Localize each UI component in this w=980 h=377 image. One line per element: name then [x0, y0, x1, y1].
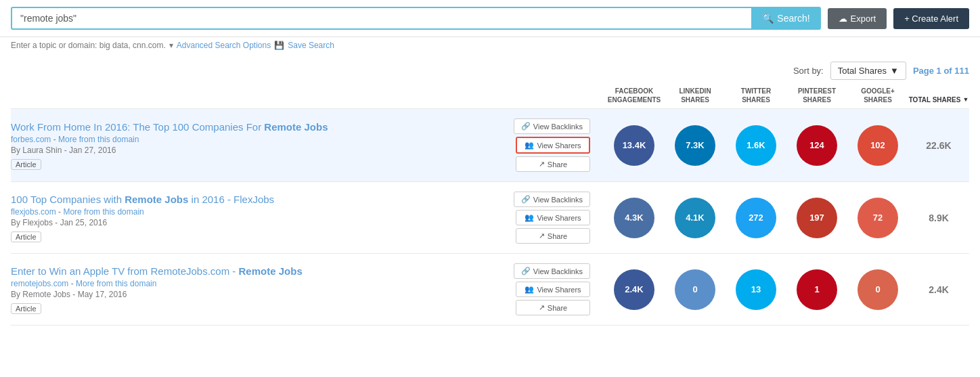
table-row: Enter to Win an Apple TV from RemoteJobs… — [11, 253, 969, 326]
sort-dropdown[interactable]: Total Shares ▼ — [830, 62, 906, 80]
share-icon-2: ↗ — [539, 231, 545, 240]
view-backlinks-btn-1[interactable]: 🔗 View Backlinks — [514, 118, 590, 134]
table-row: 100 Top Companies with Remote Jobs in 20… — [11, 181, 969, 253]
metric-facebook-1: 13.4K — [614, 125, 654, 166]
page-info: Page 1 of 111 — [913, 66, 969, 76]
search-input[interactable] — [11, 7, 751, 30]
result-meta-3: remotejobs.com - More from this domain — [11, 279, 507, 288]
search-btn-label: Search! — [777, 13, 809, 24]
metric-googleplus-2: 72 — [858, 198, 898, 238]
pipe-1: ▾ — [169, 41, 173, 50]
result-actions-2: 🔗 View Backlinks 👥 View Sharers ↗ Share — [514, 192, 590, 244]
sharers-icon-3: 👥 — [525, 285, 534, 294]
create-alert-label: + Create Alert — [904, 14, 958, 24]
search-button[interactable]: 🔍 Search! — [751, 7, 820, 30]
result-content-2: 100 Top Companies with Remote Jobs in 20… — [11, 194, 507, 242]
col-header-googleplus: GOOGLE+SHARES — [847, 87, 908, 104]
metric-twitter-1: 1.6K — [736, 125, 776, 166]
results-list: Work From Home In 2016: The Top 100 Comp… — [0, 108, 980, 326]
metric-googleplus-3: 0 — [858, 269, 898, 310]
sharers-icon-2: 👥 — [525, 213, 534, 222]
result-domain-3[interactable]: remotejobs.com — [11, 279, 68, 288]
result-author-3: By Remote Jobs - May 17, 2016 — [11, 290, 507, 299]
metric-pinterest-3: 1 — [797, 269, 837, 310]
share-icon-3: ↗ — [539, 303, 545, 312]
metrics-2: 4.3K 4.1K 272 197 72 8.9K — [604, 198, 969, 238]
column-headers: FACEBOOKENGAGEMENTS LINKEDINSHARES TWITT… — [0, 83, 980, 108]
search-input-wrap: 🔍 Search! — [11, 7, 821, 30]
view-sharers-btn-1[interactable]: 👥 View Sharers — [516, 137, 590, 154]
result-type-badge-3: Article — [11, 303, 41, 314]
result-more-2[interactable]: More from this domain — [63, 207, 143, 217]
sort-value: Total Shares — [838, 66, 887, 76]
result-domain-1[interactable]: forbes.com — [11, 135, 51, 144]
metric-googleplus-1: 102 — [858, 125, 898, 166]
share-btn-2[interactable]: ↗ Share — [516, 228, 590, 244]
sort-label: Sort by: — [793, 66, 824, 76]
result-actions-3: 🔗 View Backlinks 👥 View Sharers ↗ Share — [514, 263, 590, 315]
col-header-facebook: FACEBOOKENGAGEMENTS — [604, 87, 665, 104]
search-icon: 🔍 — [762, 13, 774, 24]
dropdown-arrow-icon: ▼ — [890, 66, 899, 76]
export-button[interactable]: ☁ Export — [828, 8, 887, 29]
advanced-search-link[interactable]: Advanced Search Options — [177, 41, 271, 50]
metric-linkedin-2: 4.1K — [675, 198, 715, 238]
metrics-1: 13.4K 7.3K 1.6K 124 102 22.6K — [604, 125, 969, 166]
metric-linkedin-1: 7.3K — [675, 125, 715, 166]
metric-pinterest-1: 124 — [797, 125, 837, 166]
share-btn-1[interactable]: ↗ Share — [516, 156, 590, 172]
result-meta-1: forbes.com - More from this domain — [11, 135, 507, 144]
result-content-3: Enter to Win an Apple TV from RemoteJobs… — [11, 265, 507, 314]
metric-pinterest-2: 197 — [797, 198, 837, 238]
create-alert-button[interactable]: + Create Alert — [893, 8, 969, 29]
metric-facebook-3: 2.4K — [614, 269, 654, 310]
hint-text: Enter a topic or domain: big data, cnn.c… — [11, 41, 166, 50]
save-icon: 💾 — [274, 41, 284, 50]
metric-total-1: 22.6K — [918, 140, 959, 151]
sort-bar: Sort by: Total Shares ▼ Page 1 of 111 — [0, 53, 980, 83]
save-search-link[interactable]: Save Search — [288, 41, 334, 50]
share-btn-3[interactable]: ↗ Share — [516, 300, 590, 315]
metric-twitter-3: 13 — [736, 269, 776, 310]
result-more-1[interactable]: More from this domain — [58, 135, 139, 144]
result-type-badge-1: Article — [11, 159, 41, 170]
separator-1: - — [53, 135, 58, 144]
result-title-3[interactable]: Enter to Win an Apple TV from RemoteJobs… — [11, 265, 507, 277]
col-header-total: TOTAL SHARES ▼ — [908, 95, 969, 104]
result-type-badge-2: Article — [11, 231, 41, 242]
share-icon-1: ↗ — [539, 160, 545, 169]
export-icon: ☁ — [839, 14, 847, 24]
result-title-bold-2: Remote Jobs — [125, 194, 188, 205]
result-actions-1: 🔗 View Backlinks 👥 View Sharers ↗ Share — [514, 118, 590, 172]
sub-bar: Enter a topic or domain: big data, cnn.c… — [0, 37, 980, 53]
sharers-icon-1: 👥 — [525, 141, 534, 150]
result-title-1[interactable]: Work From Home In 2016: The Top 100 Comp… — [11, 121, 507, 133]
col-header-linkedin: LINKEDINSHARES — [665, 87, 726, 104]
view-backlinks-btn-2[interactable]: 🔗 View Backlinks — [514, 192, 590, 207]
metric-total-3: 2.4K — [918, 284, 959, 295]
col-header-twitter: TWITTERSHARES — [726, 87, 786, 104]
view-backlinks-btn-3[interactable]: 🔗 View Backlinks — [514, 263, 590, 279]
result-title-2[interactable]: 100 Top Companies with Remote Jobs in 20… — [11, 194, 507, 205]
metric-total-2: 8.9K — [918, 213, 959, 223]
metric-facebook-2: 4.3K — [614, 198, 654, 238]
backlinks-icon-2: 🔗 — [521, 195, 531, 204]
col-header-pinterest: PINTERESTSHARES — [786, 87, 847, 104]
table-row: Work From Home In 2016: The Top 100 Comp… — [11, 108, 969, 181]
backlinks-icon-1: 🔗 — [521, 122, 531, 131]
result-author-2: By Flexjobs - Jan 25, 2016 — [11, 218, 507, 227]
top-bar: 🔍 Search! ☁ Export + Create Alert — [0, 0, 980, 37]
result-title-bold-1: Remote Jobs — [264, 121, 328, 133]
view-sharers-btn-3[interactable]: 👥 View Sharers — [516, 282, 590, 297]
export-label: Export — [851, 14, 876, 24]
result-domain-2[interactable]: flexjobs.com — [11, 207, 56, 217]
result-title-bold-3: Remote Jobs — [239, 265, 303, 277]
result-more-3[interactable]: More from this domain — [76, 279, 156, 288]
view-sharers-btn-2[interactable]: 👥 View Sharers — [516, 210, 590, 225]
page-text: Page 1 of — [913, 66, 952, 76]
metric-linkedin-3: 0 — [675, 269, 715, 310]
backlinks-icon-3: 🔗 — [521, 267, 531, 275]
metrics-3: 2.4K 0 13 1 0 2.4K — [604, 269, 969, 310]
result-author-1: By Laura Shin - Jan 27, 2016 — [11, 146, 507, 155]
separator-3: - — [71, 279, 76, 288]
